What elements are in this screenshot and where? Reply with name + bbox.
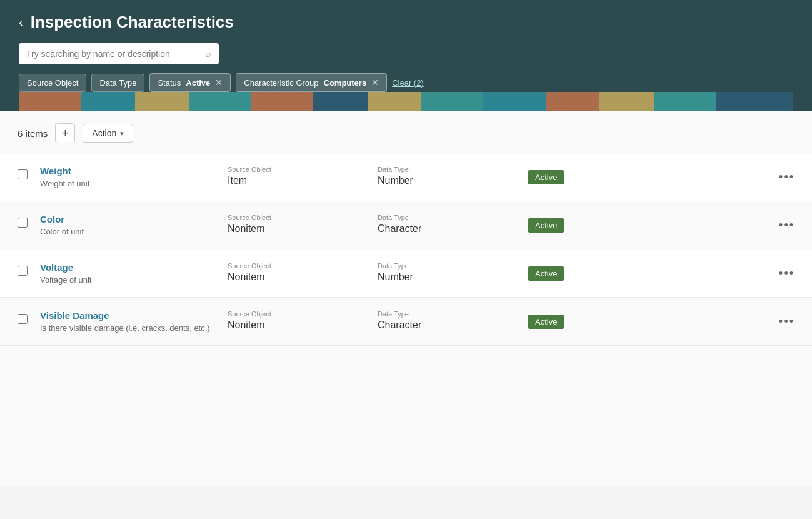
toolbar: 6 items + Action ▾ bbox=[0, 111, 812, 153]
status-badge-1: Active bbox=[528, 170, 564, 184]
filter-row: Source Object Data Type Status Active ✕ … bbox=[19, 73, 793, 92]
more-actions-button-2[interactable]: ••• bbox=[779, 219, 794, 232]
item-main-1: Weight Weight of unit bbox=[40, 166, 215, 188]
data-type-label-3: Data Type bbox=[378, 262, 515, 270]
source-object-value-2: Nonitem bbox=[228, 223, 365, 234]
more-actions-button-1[interactable]: ••• bbox=[779, 171, 794, 184]
source-object-value-1: Item bbox=[228, 175, 365, 186]
item-name-1[interactable]: Weight bbox=[40, 166, 215, 176]
search-input[interactable] bbox=[26, 49, 200, 59]
source-object-value-4: Nonitem bbox=[228, 320, 365, 331]
source-object-field-2: Source Object Nonitem bbox=[228, 214, 365, 234]
item-main-2: Color Color of unit bbox=[40, 214, 215, 236]
item-name-3[interactable]: Voltage bbox=[40, 262, 215, 273]
data-type-value-2: Character bbox=[378, 223, 515, 234]
source-object-value-3: Nonitem bbox=[228, 271, 365, 283]
data-type-value-3: Number bbox=[378, 271, 515, 283]
main-content: 6 items + Action ▾ Weight Weight of unit… bbox=[0, 111, 812, 486]
data-type-value-4: Character bbox=[378, 320, 515, 331]
data-type-label-2: Data Type bbox=[378, 214, 515, 221]
page-header: ‹ Inspection Characteristics ⌕ Source Ob… bbox=[0, 0, 812, 111]
data-type-label-1: Data Type bbox=[378, 166, 515, 173]
status-badge-2: Active bbox=[528, 218, 564, 233]
filter-char-group[interactable]: Characteristic Group Computers ✕ bbox=[236, 73, 387, 92]
source-object-field-1: Source Object Item bbox=[228, 166, 365, 186]
items-count: 6 items bbox=[18, 128, 48, 139]
item-desc-3: Voltage of unit bbox=[40, 275, 215, 285]
more-actions-button-3[interactable]: ••• bbox=[779, 267, 794, 280]
item-checkbox-1[interactable] bbox=[18, 169, 28, 179]
item-name-2[interactable]: Color bbox=[40, 214, 215, 224]
close-status-filter[interactable]: ✕ bbox=[215, 78, 223, 88]
item-name-4[interactable]: Visible Damage bbox=[40, 310, 215, 321]
items-list: Weight Weight of unit Source Object Item… bbox=[0, 153, 812, 346]
data-type-field-2: Data Type Character bbox=[378, 214, 515, 234]
item-checkbox-4[interactable] bbox=[18, 314, 28, 324]
status-badge-4: Active bbox=[528, 315, 564, 329]
data-type-field-1: Data Type Number bbox=[378, 166, 515, 186]
source-object-label-4: Source Object bbox=[228, 310, 365, 318]
action-label: Action bbox=[92, 128, 116, 138]
data-type-value-1: Number bbox=[378, 175, 515, 186]
item-checkbox-3[interactable] bbox=[18, 266, 28, 276]
item-desc-4: Is there visible damage (i.e. cracks, de… bbox=[40, 323, 215, 333]
chevron-down-icon: ▾ bbox=[120, 129, 124, 138]
action-button[interactable]: Action ▾ bbox=[83, 124, 133, 143]
source-object-label-2: Source Object bbox=[228, 214, 365, 221]
item-main-3: Voltage Voltage of unit bbox=[40, 262, 215, 285]
data-type-field-3: Data Type Number bbox=[378, 262, 515, 283]
more-actions-button-4[interactable]: ••• bbox=[779, 315, 794, 328]
list-item: Voltage Voltage of unit Source Object No… bbox=[0, 249, 812, 298]
list-item: Weight Weight of unit Source Object Item… bbox=[0, 153, 812, 201]
back-button[interactable]: ‹ bbox=[19, 15, 23, 29]
clear-filters-button[interactable]: Clear (2) bbox=[392, 78, 424, 88]
item-checkbox-2[interactable] bbox=[18, 218, 28, 228]
search-input-wrap: ⌕ bbox=[19, 43, 219, 64]
list-item: Visible Damage Is there visible damage (… bbox=[0, 298, 812, 346]
source-object-label-3: Source Object bbox=[228, 262, 365, 270]
header-decoration bbox=[19, 92, 793, 111]
source-object-field-3: Source Object Nonitem bbox=[228, 262, 365, 283]
data-type-field-4: Data Type Character bbox=[378, 310, 515, 331]
source-object-label-1: Source Object bbox=[228, 166, 365, 173]
plus-icon: + bbox=[62, 126, 69, 141]
filter-data-type[interactable]: Data Type bbox=[91, 74, 144, 92]
list-item: Color Color of unit Source Object Nonite… bbox=[0, 201, 812, 249]
item-desc-2: Color of unit bbox=[40, 227, 215, 236]
item-main-4: Visible Damage Is there visible damage (… bbox=[40, 310, 215, 333]
source-object-field-4: Source Object Nonitem bbox=[228, 310, 365, 331]
data-type-label-4: Data Type bbox=[378, 310, 515, 318]
page-title: Inspection Characteristics bbox=[31, 13, 234, 32]
add-button[interactable]: + bbox=[55, 123, 75, 143]
status-badge-3: Active bbox=[528, 266, 564, 281]
search-icon: ⌕ bbox=[205, 48, 211, 59]
filter-status-active[interactable]: Status Active ✕ bbox=[149, 73, 231, 92]
filter-source-object[interactable]: Source Object bbox=[19, 74, 86, 92]
close-char-group-filter[interactable]: ✕ bbox=[371, 78, 379, 88]
item-desc-1: Weight of unit bbox=[40, 179, 215, 188]
